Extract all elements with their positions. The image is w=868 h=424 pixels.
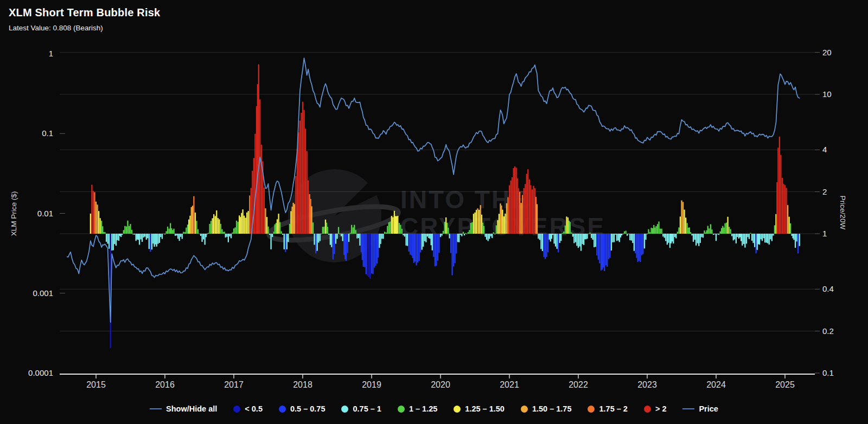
risk-bar[interactable] [183,232,184,234]
risk-bar[interactable] [277,219,278,234]
risk-bar[interactable] [244,216,245,234]
risk-bar[interactable] [147,234,148,238]
risk-bar[interactable] [545,234,546,259]
risk-bar[interactable] [793,234,794,240]
risk-bar[interactable] [751,234,752,241]
risk-bar[interactable] [200,234,201,236]
risk-bar[interactable] [739,234,741,237]
risk-bar[interactable] [777,147,778,234]
risk-bar[interactable] [241,213,242,234]
legend-item-1-75-2[interactable]: 1.75 – 2 [588,404,627,413]
risk-bar[interactable] [94,192,95,234]
risk-bar[interactable] [372,234,373,274]
risk-bar[interactable] [593,234,595,247]
risk-bar[interactable] [311,207,312,234]
risk-bar[interactable] [414,234,416,262]
risk-bar[interactable] [242,209,243,234]
risk-bar[interactable] [140,234,141,240]
risk-bar[interactable] [769,234,770,245]
risk-bar[interactable] [228,234,229,242]
risk-bar[interactable] [494,234,495,234]
risk-bar[interactable] [189,216,190,234]
risk-bar[interactable] [410,234,411,255]
risk-bar[interactable] [747,234,748,237]
risk-bar[interactable] [760,234,761,239]
risk-bar[interactable] [707,226,709,234]
risk-bar[interactable] [682,202,684,234]
risk-bar[interactable] [350,233,351,234]
risk-bar[interactable] [486,234,487,240]
risk-bar[interactable] [634,234,635,251]
risk-bar[interactable] [619,234,620,242]
risk-bar[interactable] [493,232,494,234]
risk-bar[interactable] [797,234,799,253]
risk-bar[interactable] [448,228,449,234]
risk-bar[interactable] [657,224,658,234]
risk-bar[interactable] [338,227,339,234]
risk-bar[interactable] [293,203,294,234]
risk-bar[interactable] [773,234,774,236]
risk-bar[interactable] [558,234,559,253]
risk-bar[interactable] [285,234,286,252]
risk-bar[interactable] [576,234,577,246]
risk-bar[interactable] [674,234,675,237]
risk-bar[interactable] [718,234,719,235]
risk-bar[interactable] [213,214,214,234]
risk-bar[interactable] [540,234,541,249]
risk-bar[interactable] [179,234,180,241]
risk-bar[interactable] [518,188,519,234]
risk-bar[interactable] [113,234,114,250]
risk-bar[interactable] [297,149,298,234]
risk-bar[interactable] [289,224,290,234]
risk-bar[interactable] [578,234,579,248]
risk-bar[interactable] [687,223,688,234]
risk-bar[interactable] [603,234,604,267]
risk-bar[interactable] [589,233,590,234]
risk-bar[interactable] [163,234,164,234]
risk-bar[interactable] [215,216,216,234]
risk-bar[interactable] [405,234,406,246]
risk-bar[interactable] [212,219,213,234]
risk-bar[interactable] [342,234,343,241]
risk-bar[interactable] [111,234,112,250]
risk-bar[interactable] [744,234,745,248]
risk-bar[interactable] [537,204,538,234]
risk-bar[interactable] [557,234,558,249]
risk-bar[interactable] [756,234,757,253]
risk-bar[interactable] [320,234,321,241]
risk-bar[interactable] [272,234,273,237]
risk-bar[interactable] [169,229,170,234]
risk-bar[interactable] [549,234,550,240]
risk-bar[interactable] [116,234,117,246]
risk-bar[interactable] [207,234,208,234]
risk-bar[interactable] [309,194,310,234]
risk-bar[interactable] [658,222,659,234]
risk-bar[interactable] [298,132,299,234]
risk-bar[interactable] [533,186,534,234]
risk-bar[interactable] [381,234,382,239]
risk-bar[interactable] [431,234,432,245]
risk-bar[interactable] [101,221,102,234]
risk-bar[interactable] [750,233,751,234]
risk-bar[interactable] [507,197,508,234]
risk-bar[interactable] [595,234,596,247]
risk-bar[interactable] [117,234,118,240]
risk-bar[interactable] [408,234,409,252]
risk-bar[interactable] [108,234,110,249]
risk-bar[interactable] [787,205,788,234]
risk-bar[interactable] [470,223,471,234]
risk-bar[interactable] [512,177,513,234]
risk-bar[interactable] [465,233,466,234]
risk-bar[interactable] [677,232,678,234]
risk-bar[interactable] [100,218,101,234]
risk-bar[interactable] [197,229,199,234]
risk-bar[interactable] [642,234,643,254]
risk-bar[interactable] [390,222,391,234]
risk-bar[interactable] [295,176,296,234]
risk-bar[interactable] [103,232,104,234]
risk-bar[interactable] [542,234,543,251]
risk-bar[interactable] [354,225,355,234]
risk-bar[interactable] [499,214,500,234]
risk-bar[interactable] [445,217,446,234]
risk-bar[interactable] [258,65,259,234]
